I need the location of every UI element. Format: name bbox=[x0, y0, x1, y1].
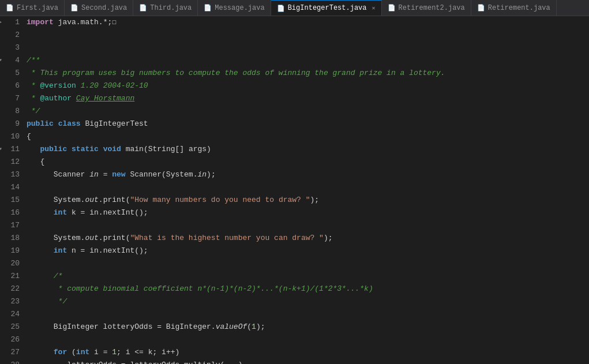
java-file-icon: 📄 bbox=[204, 4, 212, 12]
gutter-line: 24 bbox=[3, 308, 20, 321]
line-number: 21 bbox=[10, 270, 20, 283]
code-line: /** bbox=[27, 54, 589, 67]
line-number: 11 bbox=[10, 143, 20, 156]
line-number: 24 bbox=[10, 308, 20, 321]
tab-Third_java[interactable]: 📄Third.java bbox=[133, 0, 198, 16]
gutter-line: 20 bbox=[3, 257, 20, 270]
line-number: 25 bbox=[10, 321, 20, 333]
line-number: 10 bbox=[10, 130, 20, 143]
gutter-line: 28 bbox=[3, 359, 20, 364]
fold-icon[interactable]: ▾ bbox=[0, 54, 2, 67]
line-number: 7 bbox=[15, 92, 20, 105]
line-number: 20 bbox=[10, 257, 20, 270]
tab-label: Message.java bbox=[215, 4, 264, 12]
java-file-icon: 📄 bbox=[477, 4, 485, 12]
tab-Retirement2_java[interactable]: 📄Retirement2.java bbox=[382, 0, 471, 16]
code-line: * This program uses big numbers to compu… bbox=[27, 67, 589, 80]
gutter-line: 22 bbox=[3, 283, 20, 295]
line-number: 8 bbox=[15, 105, 20, 118]
line-number: 12 bbox=[10, 156, 20, 168]
code-line bbox=[27, 181, 589, 194]
tab-label: Third.java bbox=[150, 4, 192, 12]
tab-label: Retirement.java bbox=[488, 4, 550, 12]
line-number: 9 bbox=[15, 118, 20, 130]
gutter-line: 6 bbox=[3, 80, 20, 92]
java-file-icon: 📄 bbox=[277, 5, 285, 12]
code-line bbox=[27, 257, 589, 270]
line-number: 13 bbox=[10, 168, 20, 181]
fold-icon[interactable]: ▸ bbox=[0, 16, 2, 29]
gutter-line: 21 bbox=[3, 270, 20, 283]
line-number: 26 bbox=[10, 333, 20, 346]
code-line: * @version 1.20 2004-02-10 bbox=[27, 80, 589, 92]
code-line bbox=[27, 219, 589, 232]
line-number: 28 bbox=[10, 359, 20, 364]
gutter-line: 27 bbox=[3, 346, 20, 359]
editor: ▸123▾45678910▾1112⚠131415161718192021222… bbox=[0, 16, 589, 364]
code-line bbox=[27, 333, 589, 346]
line-number: 1 bbox=[15, 16, 20, 29]
gutter-line: 17 bbox=[3, 219, 20, 232]
gutter-line: 5 bbox=[3, 67, 20, 80]
tab-bar: 📄First.java📄Second.java📄Third.java📄Messa… bbox=[0, 0, 589, 16]
code-area[interactable]: import java.math.*;☐/** * This program u… bbox=[24, 16, 589, 364]
line-number: 6 bbox=[15, 80, 20, 92]
code-line: BigInteger lotteryOdds = BigInteger.valu… bbox=[27, 321, 589, 333]
line-number: 4 bbox=[15, 54, 20, 67]
code-line: import java.math.*;☐ bbox=[27, 16, 589, 29]
code-line bbox=[27, 308, 589, 321]
gutter-line: 3 bbox=[3, 42, 20, 54]
code-line: lotteryOdds = lotteryOdds.multiply(...) bbox=[27, 359, 589, 364]
line-number: 3 bbox=[15, 42, 20, 54]
code-line: public static void main(String[] args) bbox=[27, 143, 589, 156]
code-line: System.out.print("How many numbers do yo… bbox=[27, 194, 589, 207]
code-line: int k = in.nextInt(); bbox=[27, 207, 589, 219]
tab-Message_java[interactable]: 📄Message.java bbox=[198, 0, 271, 16]
line-number: 16 bbox=[10, 207, 20, 219]
line-number: 5 bbox=[15, 67, 20, 80]
code-line: int n = in.nextInt(); bbox=[27, 245, 589, 257]
code-line: Scanner in = new Scanner(System.in); bbox=[27, 168, 589, 181]
line-number: 18 bbox=[10, 232, 20, 245]
gutter-line: ▾4 bbox=[3, 54, 20, 67]
tab-label: First.java bbox=[17, 4, 58, 12]
java-file-icon: 📄 bbox=[6, 4, 14, 12]
tab-label: Retirement2.java bbox=[399, 4, 465, 12]
line-number: 19 bbox=[10, 245, 20, 257]
code-line: * @author Cay Horstmann bbox=[27, 92, 589, 105]
gutter: ▸123▾45678910▾1112⚠131415161718192021222… bbox=[0, 16, 24, 364]
tab-First_java[interactable]: 📄First.java bbox=[0, 0, 65, 16]
java-file-icon: 📄 bbox=[388, 4, 396, 12]
fold-icon[interactable]: ▾ bbox=[0, 143, 2, 156]
gutter-line: 8 bbox=[3, 105, 20, 118]
gutter-line: 2 bbox=[3, 29, 20, 42]
gutter-line: 12 bbox=[3, 156, 20, 168]
code-line: /* bbox=[27, 270, 589, 283]
code-line bbox=[27, 42, 589, 54]
gutter-line: 18 bbox=[3, 232, 20, 245]
code-line: */ bbox=[27, 295, 589, 308]
java-file-icon: 📄 bbox=[70, 4, 78, 12]
code-line: public class BigIntegerTest bbox=[27, 118, 589, 130]
tab-label: BigIntegerTest.java bbox=[288, 4, 367, 12]
gutter-line: 15 bbox=[3, 194, 20, 207]
gutter-line: 9 bbox=[3, 118, 20, 130]
java-file-icon: 📄 bbox=[139, 4, 147, 12]
line-number: 15 bbox=[10, 194, 20, 207]
tab-Retirement_java[interactable]: 📄Retirement.java bbox=[471, 0, 557, 16]
tab-BigIntegerTest_java[interactable]: 📄BigIntegerTest.java✕ bbox=[271, 0, 382, 16]
gutter-line: 25 bbox=[3, 321, 20, 333]
tab-label: Second.java bbox=[81, 4, 127, 12]
gutter-line: 26 bbox=[3, 333, 20, 346]
code-line: */ bbox=[27, 105, 589, 118]
gutter-line: ⚠13 bbox=[3, 168, 20, 181]
tab-Second_java[interactable]: 📄Second.java bbox=[65, 0, 133, 16]
gutter-line: 10 bbox=[3, 130, 20, 143]
code-line: for (int i = 1; i <= k; i++) bbox=[27, 346, 589, 359]
code-line: * compute binomial coefficient n*(n-1)*(… bbox=[27, 283, 589, 295]
gutter-line: ▾11 bbox=[3, 143, 20, 156]
tab-close-icon[interactable]: ✕ bbox=[372, 5, 376, 12]
line-number: 27 bbox=[10, 346, 20, 359]
gutter-line: 19 bbox=[3, 245, 20, 257]
gutter-line: 7 bbox=[3, 92, 20, 105]
